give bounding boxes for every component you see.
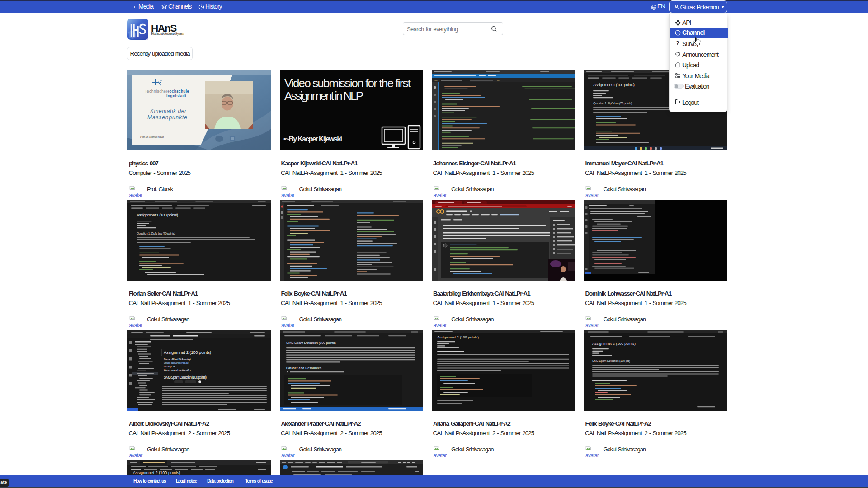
svg-text:Name: Albert Didkovskyi: Name: Albert Didkovskyi [164, 358, 191, 361]
svg-text:Technische: Technische [145, 89, 166, 94]
svg-text:SMS Spam Detection (100 pts): SMS Spam Detection (100 pts) [592, 359, 630, 363]
svg-text:Hochschule: Hochschule [166, 89, 189, 94]
svg-text:Question 1: Zipf's law (70 poi: Question 1: Zipf's law (70 points) [593, 102, 632, 105]
svg-text:Assignmnet 2 (100 points): Assignmnet 2 (100 points) [133, 470, 180, 475]
svg-text:SMS Spam Detection (100 points: SMS Spam Detection (100 points) [164, 375, 207, 380]
svg-text:SMS Spam Detection (100 points: SMS Spam Detection (100 points) [286, 341, 336, 345]
svg-text:Assignment in NLP: Assignment in NLP [284, 89, 363, 103]
svg-text:Email: aldi9944@thi.de: Email: aldi9944@thi.de [164, 361, 189, 364]
svg-text:Assignmnet 2 (100 points): Assignmnet 2 (100 points) [164, 350, 211, 355]
svg-text:Ingolstadt: Ingolstadt [166, 94, 186, 98]
svg-text:Massenpunkte: Massenpunkte [147, 114, 187, 121]
svg-text:Assignmnet 1 (100 points): Assignmnet 1 (100 points) [137, 212, 178, 217]
svg-text:Hours spend (optional): -: Hours spend (optional): - [164, 369, 191, 371]
svg-text:Video submission for the first: Video submission for the first [284, 76, 411, 90]
svg-text:Kinematik der: Kinematik der [150, 108, 187, 114]
svg-text:Assignmnet 1 (100 points): Assignmnet 1 (100 points) [593, 82, 635, 87]
svg-text:Assignmnet 2 (100 points): Assignmnet 2 (100 points) [592, 342, 636, 346]
svg-text:Prof. Dr. Thomas Haug: Prof. Dr. Thomas Haug [140, 136, 164, 138]
svg-text:Group: A: Group: A [164, 365, 175, 368]
svg-text:Dataset and Resources: Dataset and Resources [286, 366, 321, 370]
svg-text:Assignmnet 2 (100 points): Assignmnet 2 (100 points) [437, 335, 479, 339]
svg-text:Question 1: Zipf's law (70 poi: Question 1: Zipf's law (70 points) [137, 232, 175, 235]
svg-text:•~By Kacper Kijewski: •~By Kacper Kijewski [283, 135, 342, 143]
